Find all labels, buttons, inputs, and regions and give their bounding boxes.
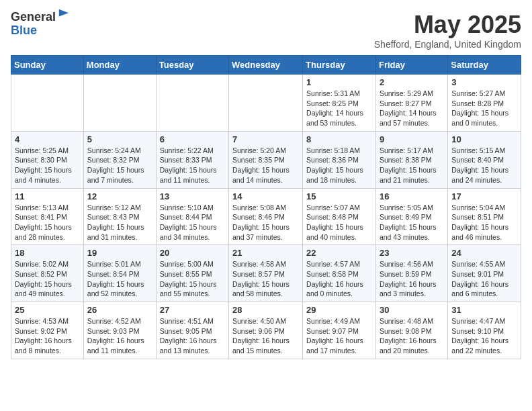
day-cell-1: 1Sunrise: 5:31 AM Sunset: 8:25 PM Daylig… (303, 75, 376, 132)
day-cell-23: 23Sunrise: 4:56 AM Sunset: 8:59 PM Dayli… (375, 245, 447, 302)
day-cell-29: 29Sunrise: 4:49 AM Sunset: 9:07 PM Dayli… (303, 302, 376, 359)
day-cell-12: 12Sunrise: 5:12 AM Sunset: 8:43 PM Dayli… (83, 188, 156, 245)
day-number: 22 (306, 248, 372, 258)
day-number: 31 (451, 305, 517, 315)
title-area: May 2025 Shefford, England, United Kingd… (374, 11, 521, 50)
day-info: Sunrise: 5:15 AM Sunset: 8:40 PM Dayligh… (451, 146, 517, 185)
day-cell-8: 8Sunrise: 5:18 AM Sunset: 8:36 PM Daylig… (303, 131, 376, 188)
day-cell-31: 31Sunrise: 4:47 AM Sunset: 9:10 PM Dayli… (448, 302, 521, 359)
weekday-header-friday: Friday (375, 56, 447, 75)
day-cell-25: 25Sunrise: 4:53 AM Sunset: 9:02 PM Dayli… (11, 302, 84, 359)
calendar-table: SundayMondayTuesdayWednesdayThursdayFrid… (11, 55, 521, 359)
day-info: Sunrise: 5:31 AM Sunset: 8:25 PM Dayligh… (306, 89, 372, 128)
day-number: 14 (232, 191, 299, 201)
week-row-3: 11Sunrise: 5:13 AM Sunset: 8:41 PM Dayli… (11, 188, 521, 245)
day-info: Sunrise: 5:27 AM Sunset: 8:28 PM Dayligh… (451, 89, 517, 128)
empty-cell (83, 75, 156, 132)
day-number: 12 (87, 191, 152, 201)
day-cell-11: 11Sunrise: 5:13 AM Sunset: 8:41 PM Dayli… (11, 188, 84, 245)
day-number: 25 (15, 305, 80, 315)
day-number: 4 (15, 134, 80, 144)
day-info: Sunrise: 4:55 AM Sunset: 9:01 PM Dayligh… (451, 259, 517, 299)
day-info: Sunrise: 5:08 AM Sunset: 8:46 PM Dayligh… (232, 203, 299, 242)
day-info: Sunrise: 4:53 AM Sunset: 9:02 PM Dayligh… (15, 316, 80, 356)
day-number: 8 (306, 134, 372, 144)
day-number: 20 (160, 248, 225, 258)
day-info: Sunrise: 5:29 AM Sunset: 8:27 PM Dayligh… (380, 89, 444, 128)
day-info: Sunrise: 5:04 AM Sunset: 8:51 PM Dayligh… (451, 203, 517, 242)
day-info: Sunrise: 4:58 AM Sunset: 8:57 PM Dayligh… (232, 259, 299, 299)
day-number: 16 (380, 191, 444, 201)
weekday-header-tuesday: Tuesday (156, 56, 228, 75)
day-number: 27 (160, 305, 225, 315)
weekday-header-wednesday: Wednesday (229, 56, 303, 75)
day-number: 15 (306, 191, 372, 201)
week-row-5: 25Sunrise: 4:53 AM Sunset: 9:02 PM Dayli… (11, 302, 521, 359)
day-cell-6: 6Sunrise: 5:22 AM Sunset: 8:33 PM Daylig… (156, 131, 228, 188)
month-title: May 2025 (374, 11, 521, 39)
day-info: Sunrise: 5:00 AM Sunset: 8:55 PM Dayligh… (160, 259, 225, 299)
logo-icon (58, 8, 70, 20)
day-info: Sunrise: 4:47 AM Sunset: 9:10 PM Dayligh… (451, 316, 517, 356)
logo: General Blue (11, 11, 70, 38)
weekday-header-saturday: Saturday (448, 56, 521, 75)
empty-cell (229, 75, 303, 132)
week-row-2: 4Sunrise: 5:25 AM Sunset: 8:30 PM Daylig… (11, 131, 521, 188)
day-cell-21: 21Sunrise: 4:58 AM Sunset: 8:57 PM Dayli… (229, 245, 303, 302)
day-number: 7 (232, 134, 299, 144)
day-cell-24: 24Sunrise: 4:55 AM Sunset: 9:01 PM Dayli… (448, 245, 521, 302)
day-cell-10: 10Sunrise: 5:15 AM Sunset: 8:40 PM Dayli… (448, 131, 521, 188)
day-number: 11 (15, 191, 80, 201)
svg-marker-0 (59, 9, 69, 17)
weekday-header-sunday: Sunday (11, 56, 84, 75)
week-row-4: 18Sunrise: 5:02 AM Sunset: 8:52 PM Dayli… (11, 245, 521, 302)
day-info: Sunrise: 4:56 AM Sunset: 8:59 PM Dayligh… (380, 259, 444, 299)
day-cell-18: 18Sunrise: 5:02 AM Sunset: 8:52 PM Dayli… (11, 245, 84, 302)
day-number: 1 (306, 77, 372, 87)
day-number: 18 (15, 248, 80, 258)
day-number: 29 (306, 305, 372, 315)
day-cell-27: 27Sunrise: 4:51 AM Sunset: 9:05 PM Dayli… (156, 302, 228, 359)
day-info: Sunrise: 5:07 AM Sunset: 8:48 PM Dayligh… (306, 203, 372, 242)
day-cell-15: 15Sunrise: 5:07 AM Sunset: 8:48 PM Dayli… (303, 188, 376, 245)
day-info: Sunrise: 5:01 AM Sunset: 8:54 PM Dayligh… (87, 259, 152, 299)
day-cell-13: 13Sunrise: 5:10 AM Sunset: 8:44 PM Dayli… (156, 188, 228, 245)
day-cell-19: 19Sunrise: 5:01 AM Sunset: 8:54 PM Dayli… (83, 245, 156, 302)
day-cell-4: 4Sunrise: 5:25 AM Sunset: 8:30 PM Daylig… (11, 131, 84, 188)
day-info: Sunrise: 5:20 AM Sunset: 8:35 PM Dayligh… (232, 146, 299, 185)
day-cell-14: 14Sunrise: 5:08 AM Sunset: 8:46 PM Dayli… (229, 188, 303, 245)
day-cell-16: 16Sunrise: 5:05 AM Sunset: 8:49 PM Dayli… (375, 188, 447, 245)
location: Shefford, England, United Kingdom (374, 39, 521, 50)
day-number: 5 (87, 134, 152, 144)
day-cell-17: 17Sunrise: 5:04 AM Sunset: 8:51 PM Dayli… (448, 188, 521, 245)
day-cell-7: 7Sunrise: 5:20 AM Sunset: 8:35 PM Daylig… (229, 131, 303, 188)
page-header: General Blue May 2025 Shefford, England,… (11, 11, 521, 50)
day-info: Sunrise: 5:25 AM Sunset: 8:30 PM Dayligh… (15, 146, 80, 185)
day-number: 2 (380, 77, 444, 87)
day-info: Sunrise: 5:02 AM Sunset: 8:52 PM Dayligh… (15, 259, 80, 299)
day-cell-26: 26Sunrise: 4:52 AM Sunset: 9:03 PM Dayli… (83, 302, 156, 359)
day-cell-5: 5Sunrise: 5:24 AM Sunset: 8:32 PM Daylig… (83, 131, 156, 188)
day-cell-22: 22Sunrise: 4:57 AM Sunset: 8:58 PM Dayli… (303, 245, 376, 302)
week-row-1: 1Sunrise: 5:31 AM Sunset: 8:25 PM Daylig… (11, 75, 521, 132)
day-number: 9 (380, 134, 444, 144)
day-cell-20: 20Sunrise: 5:00 AM Sunset: 8:55 PM Dayli… (156, 245, 228, 302)
day-info: Sunrise: 5:12 AM Sunset: 8:43 PM Dayligh… (87, 203, 152, 242)
day-number: 30 (380, 305, 444, 315)
empty-cell (11, 75, 84, 132)
day-number: 19 (87, 248, 152, 258)
day-number: 17 (451, 191, 517, 201)
day-info: Sunrise: 4:50 AM Sunset: 9:06 PM Dayligh… (232, 316, 299, 356)
day-cell-9: 9Sunrise: 5:17 AM Sunset: 8:38 PM Daylig… (375, 131, 447, 188)
day-number: 6 (160, 134, 225, 144)
day-info: Sunrise: 5:24 AM Sunset: 8:32 PM Dayligh… (87, 146, 152, 185)
weekday-header-thursday: Thursday (303, 56, 376, 75)
day-info: Sunrise: 4:48 AM Sunset: 9:08 PM Dayligh… (380, 316, 444, 356)
day-info: Sunrise: 5:13 AM Sunset: 8:41 PM Dayligh… (15, 203, 80, 242)
day-info: Sunrise: 4:49 AM Sunset: 9:07 PM Dayligh… (306, 316, 372, 356)
day-info: Sunrise: 4:52 AM Sunset: 9:03 PM Dayligh… (87, 316, 152, 356)
day-number: 21 (232, 248, 299, 258)
day-number: 28 (232, 305, 299, 315)
day-number: 23 (380, 248, 444, 258)
weekday-header-row: SundayMondayTuesdayWednesdayThursdayFrid… (11, 56, 521, 75)
